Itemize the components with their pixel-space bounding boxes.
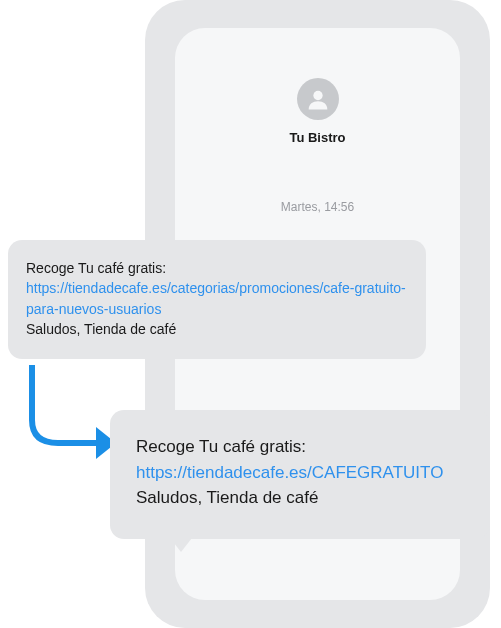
message-signature: Saludos, Tienda de café — [26, 319, 408, 339]
messaging-mockup: Tu Bistro Martes, 14:56 Recoge Tu café g… — [0, 0, 501, 628]
message-text-line: Recoge Tu café gratis: — [26, 258, 408, 278]
svg-point-0 — [313, 91, 322, 100]
sms-bubble-long-url: Recoge Tu café gratis: https://tiendadec… — [8, 240, 426, 359]
contact-name: Tu Bistro — [289, 130, 345, 145]
sms-bubble-short-url-wrapper: Recoge Tu café gratis: https://tiendadec… — [110, 410, 490, 539]
message-text-line: Recoge Tu café gratis: — [136, 434, 464, 460]
sms-bubble-short-url: Recoge Tu café gratis: https://tiendadec… — [110, 410, 490, 539]
message-link-long[interactable]: https://tiendadecafe.es/categorias/promo… — [26, 278, 408, 319]
message-link-short[interactable]: https://tiendadecafe.es/CAFEGRATUITO — [136, 460, 464, 486]
avatar — [297, 78, 339, 120]
bubble-tail-icon — [170, 538, 192, 552]
message-timestamp: Martes, 14:56 — [281, 200, 354, 214]
message-signature: Saludos, Tienda de café — [136, 485, 464, 511]
user-icon — [304, 85, 332, 113]
